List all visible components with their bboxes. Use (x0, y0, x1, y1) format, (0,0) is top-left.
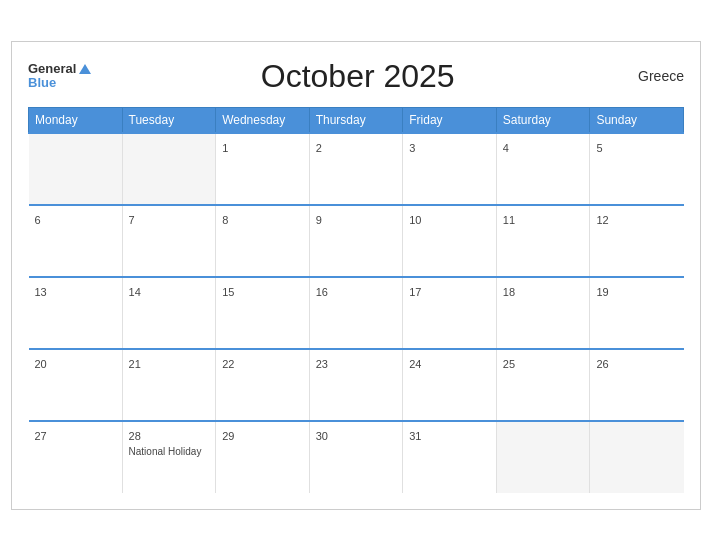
calendar-cell: 9 (309, 205, 403, 277)
col-wednesday: Wednesday (216, 107, 310, 133)
day-number: 3 (409, 142, 415, 154)
day-number: 12 (596, 214, 608, 226)
calendar-cell (122, 133, 216, 205)
calendar-cell: 18 (496, 277, 590, 349)
calendar-cell: 10 (403, 205, 497, 277)
col-monday: Monday (29, 107, 123, 133)
calendar-page: General Blue October 2025 Greece Monday … (11, 41, 701, 510)
week-row-1: 12345 (29, 133, 684, 205)
calendar-cell: 3 (403, 133, 497, 205)
calendar-cell: 21 (122, 349, 216, 421)
col-friday: Friday (403, 107, 497, 133)
day-number: 21 (129, 358, 141, 370)
day-number: 14 (129, 286, 141, 298)
calendar-cell: 30 (309, 421, 403, 493)
calendar-cell: 29 (216, 421, 310, 493)
calendar-cell: 17 (403, 277, 497, 349)
country-label: Greece (624, 68, 684, 84)
day-number: 6 (35, 214, 41, 226)
day-number: 13 (35, 286, 47, 298)
week-row-5: 2728National Holiday293031 (29, 421, 684, 493)
day-number: 28 (129, 430, 141, 442)
day-number: 11 (503, 214, 515, 226)
calendar-cell: 31 (403, 421, 497, 493)
calendar-cell (590, 421, 684, 493)
calendar-cell (29, 133, 123, 205)
day-number: 31 (409, 430, 421, 442)
day-number: 10 (409, 214, 421, 226)
day-number: 20 (35, 358, 47, 370)
day-number: 27 (35, 430, 47, 442)
day-number: 17 (409, 286, 421, 298)
day-number: 18 (503, 286, 515, 298)
calendar-cell: 8 (216, 205, 310, 277)
day-number: 4 (503, 142, 509, 154)
day-number: 9 (316, 214, 322, 226)
calendar-cell: 20 (29, 349, 123, 421)
calendar-cell: 14 (122, 277, 216, 349)
logo-blue-text: Blue (28, 76, 91, 90)
week-row-4: 20212223242526 (29, 349, 684, 421)
calendar-cell: 28National Holiday (122, 421, 216, 493)
calendar-cell: 4 (496, 133, 590, 205)
logo: General Blue (28, 62, 91, 91)
day-number: 8 (222, 214, 228, 226)
day-event: National Holiday (129, 446, 210, 457)
calendar-cell: 1 (216, 133, 310, 205)
day-number: 23 (316, 358, 328, 370)
week-row-3: 13141516171819 (29, 277, 684, 349)
calendar-cell (496, 421, 590, 493)
calendar-cell: 11 (496, 205, 590, 277)
calendar-cell: 26 (590, 349, 684, 421)
days-of-week-row: Monday Tuesday Wednesday Thursday Friday… (29, 107, 684, 133)
calendar-body: 1234567891011121314151617181920212223242… (29, 133, 684, 493)
calendar-cell: 13 (29, 277, 123, 349)
col-thursday: Thursday (309, 107, 403, 133)
day-number: 30 (316, 430, 328, 442)
calendar-table: Monday Tuesday Wednesday Thursday Friday… (28, 107, 684, 493)
calendar-cell: 5 (590, 133, 684, 205)
calendar-cell: 2 (309, 133, 403, 205)
day-number: 2 (316, 142, 322, 154)
calendar-cell: 12 (590, 205, 684, 277)
col-tuesday: Tuesday (122, 107, 216, 133)
calendar-cell: 22 (216, 349, 310, 421)
week-row-2: 6789101112 (29, 205, 684, 277)
col-saturday: Saturday (496, 107, 590, 133)
calendar-cell: 25 (496, 349, 590, 421)
calendar-header: Monday Tuesday Wednesday Thursday Friday… (29, 107, 684, 133)
day-number: 26 (596, 358, 608, 370)
calendar-cell: 15 (216, 277, 310, 349)
day-number: 16 (316, 286, 328, 298)
logo-general-text: General (28, 62, 76, 76)
day-number: 22 (222, 358, 234, 370)
day-number: 5 (596, 142, 602, 154)
calendar-cell: 19 (590, 277, 684, 349)
header: General Blue October 2025 Greece (28, 58, 684, 95)
logo-triangle-icon (79, 64, 91, 74)
calendar-cell: 16 (309, 277, 403, 349)
day-number: 15 (222, 286, 234, 298)
day-number: 19 (596, 286, 608, 298)
day-number: 24 (409, 358, 421, 370)
day-number: 1 (222, 142, 228, 154)
calendar-title: October 2025 (261, 58, 455, 95)
day-number: 25 (503, 358, 515, 370)
day-number: 29 (222, 430, 234, 442)
calendar-cell: 27 (29, 421, 123, 493)
calendar-cell: 6 (29, 205, 123, 277)
col-sunday: Sunday (590, 107, 684, 133)
day-number: 7 (129, 214, 135, 226)
calendar-cell: 24 (403, 349, 497, 421)
calendar-cell: 7 (122, 205, 216, 277)
calendar-cell: 23 (309, 349, 403, 421)
